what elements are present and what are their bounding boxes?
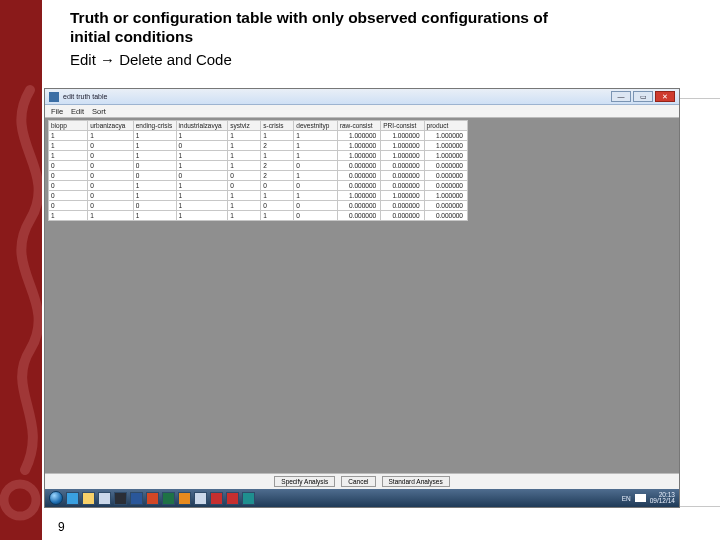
table-cell[interactable]: 0.000000 [424, 211, 467, 221]
table-cell[interactable]: 0.000000 [337, 161, 380, 171]
table-cell[interactable]: 1 [133, 141, 176, 151]
close-button[interactable]: ✕ [655, 91, 675, 102]
table-cell[interactable]: 0.000000 [381, 171, 424, 181]
table-row[interactable]: 00011000.0000000.0000000.000000 [49, 201, 468, 211]
table-cell[interactable]: 1 [228, 211, 261, 221]
table-cell[interactable]: 1 [294, 171, 337, 181]
table-cell[interactable]: 0.000000 [381, 181, 424, 191]
table-cell[interactable]: 1 [88, 211, 133, 221]
table-cell[interactable]: 0 [88, 181, 133, 191]
table-cell[interactable]: 1 [294, 141, 337, 151]
table-cell[interactable]: 0.000000 [424, 161, 467, 171]
table-cell[interactable]: 1 [228, 191, 261, 201]
table-cell[interactable]: 1 [133, 131, 176, 141]
table-cell[interactable]: 0 [176, 171, 228, 181]
table-cell[interactable]: 1 [176, 201, 228, 211]
table-cell[interactable]: 1.000000 [381, 141, 424, 151]
table-cell[interactable]: 1 [261, 131, 294, 141]
table-cell[interactable]: 0.000000 [381, 201, 424, 211]
col-header[interactable]: ending-crisis [133, 121, 176, 131]
table-cell[interactable]: 0 [88, 141, 133, 151]
col-header[interactable]: urbanizacya [88, 121, 133, 131]
table-cell[interactable]: 1 [261, 151, 294, 161]
table-cell[interactable]: 2 [261, 161, 294, 171]
table-cell[interactable]: 1.000000 [381, 191, 424, 201]
table-cell[interactable]: 1 [88, 131, 133, 141]
tray-flag-icon[interactable] [635, 494, 646, 502]
table-cell[interactable]: 0.000000 [337, 171, 380, 181]
table-cell[interactable]: 1.000000 [381, 131, 424, 141]
table-cell[interactable]: 1 [49, 131, 88, 141]
table-cell[interactable]: 1.000000 [424, 151, 467, 161]
table-cell[interactable]: 0 [176, 141, 228, 151]
standard-analyses-button[interactable]: Standard Analyses [382, 476, 450, 487]
table-cell[interactable]: 1.000000 [337, 191, 380, 201]
table-cell[interactable]: 0 [261, 201, 294, 211]
table-cell[interactable]: 1 [294, 151, 337, 161]
table-row[interactable]: 00111111.0000001.0000001.000000 [49, 191, 468, 201]
taskbar-icon[interactable] [146, 492, 159, 505]
table-cell[interactable]: 0 [88, 201, 133, 211]
taskbar-icon[interactable] [178, 492, 191, 505]
taskbar-icon[interactable] [194, 492, 207, 505]
table-cell[interactable]: 0 [133, 161, 176, 171]
table-cell[interactable]: 1.000000 [381, 151, 424, 161]
table-row[interactable]: 11111111.0000001.0000001.000000 [49, 131, 468, 141]
table-cell[interactable]: 0.000000 [424, 181, 467, 191]
table-cell[interactable]: 0.000000 [337, 211, 380, 221]
table-cell[interactable]: 1 [49, 211, 88, 221]
table-cell[interactable]: 1 [228, 201, 261, 211]
table-cell[interactable]: 1.000000 [337, 151, 380, 161]
table-cell[interactable]: 1 [294, 191, 337, 201]
col-header[interactable]: industrialzavya [176, 121, 228, 131]
col-header[interactable]: systviz [228, 121, 261, 131]
table-cell[interactable]: 2 [261, 171, 294, 181]
taskbar-icon[interactable] [66, 492, 79, 505]
table-cell[interactable]: 1 [133, 211, 176, 221]
taskbar-icon[interactable] [82, 492, 95, 505]
table-cell[interactable]: 0 [49, 191, 88, 201]
table-cell[interactable]: 0 [261, 181, 294, 191]
table-row[interactable]: 00110000.0000000.0000000.000000 [49, 181, 468, 191]
table-cell[interactable]: 1 [133, 181, 176, 191]
menu-file[interactable]: File [51, 107, 63, 116]
table-row[interactable]: 00011200.0000000.0000000.000000 [49, 161, 468, 171]
table-cell[interactable]: 1 [261, 211, 294, 221]
table-cell[interactable]: 0.000000 [381, 161, 424, 171]
titlebar[interactable]: edit truth table — ▭ ✕ [45, 89, 679, 105]
table-row[interactable]: 10111111.0000001.0000001.000000 [49, 151, 468, 161]
col-header[interactable]: s-crisis [261, 121, 294, 131]
specify-analysis-button[interactable]: Specify Analysis [274, 476, 335, 487]
table-cell[interactable]: 1 [294, 131, 337, 141]
taskbar-icon[interactable] [162, 492, 175, 505]
table-cell[interactable]: 1 [49, 141, 88, 151]
table-cell[interactable]: 0 [133, 171, 176, 181]
table-cell[interactable]: 1 [133, 151, 176, 161]
table-cell[interactable]: 0 [294, 161, 337, 171]
menu-sort[interactable]: Sort [92, 107, 106, 116]
taskbar-icon[interactable] [98, 492, 111, 505]
table-row[interactable]: 10101211.0000001.0000001.000000 [49, 141, 468, 151]
maximize-button[interactable]: ▭ [633, 91, 653, 102]
minimize-button[interactable]: — [611, 91, 631, 102]
table-cell[interactable]: 0 [49, 181, 88, 191]
menu-edit[interactable]: Edit [71, 107, 84, 116]
col-header[interactable]: product [424, 121, 467, 131]
table-cell[interactable]: 0 [228, 181, 261, 191]
col-header[interactable]: devestnityp [294, 121, 337, 131]
taskbar-icon[interactable] [210, 492, 223, 505]
table-cell[interactable]: 0.000000 [337, 181, 380, 191]
system-tray[interactable]: EN 20:13 09/12/14 [622, 492, 675, 505]
taskbar-icon[interactable] [130, 492, 143, 505]
table-cell[interactable]: 0.000000 [424, 171, 467, 181]
table-cell[interactable]: 1.000000 [337, 141, 380, 151]
table-cell[interactable]: 2 [261, 141, 294, 151]
tray-clock[interactable]: 20:13 09/12/14 [650, 492, 675, 505]
table-cell[interactable]: 1 [49, 151, 88, 161]
table-cell[interactable]: 1 [176, 161, 228, 171]
table-cell[interactable]: 0 [49, 171, 88, 181]
table-cell[interactable]: 0 [88, 161, 133, 171]
table-cell[interactable]: 1.000000 [424, 131, 467, 141]
table-row[interactable]: 00000210.0000000.0000000.000000 [49, 171, 468, 181]
table-cell[interactable]: 1.000000 [424, 141, 467, 151]
